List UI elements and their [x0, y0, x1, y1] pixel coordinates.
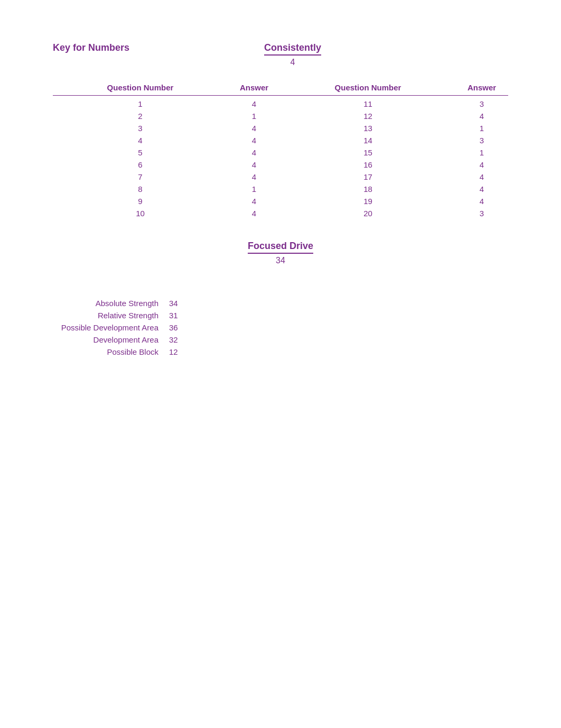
cell-answer: 4 — [228, 160, 280, 169]
summary-label: Relative Strength — [53, 311, 169, 320]
summary-body: Absolute Strength 34 Relative Strength 3… — [53, 297, 508, 358]
left-table-headers: Question Number Answer — [53, 83, 280, 96]
cell-answer: 4 — [228, 172, 280, 181]
cell-question: 3 — [53, 124, 228, 133]
cell-answer: 4 — [228, 99, 280, 108]
cell-question: 11 — [280, 99, 455, 108]
summary-value: 34 — [169, 299, 190, 308]
table-row: 13 1 — [280, 122, 508, 134]
right-table: Question Number Answer 11 3 12 4 13 1 14… — [280, 83, 508, 219]
cell-question: 2 — [53, 112, 228, 121]
left-table-body: 1 4 2 1 3 4 4 4 5 4 6 4 7 4 8 1 9 4 10 4 — [53, 98, 280, 219]
cell-question: 4 — [53, 136, 228, 145]
table-row: 20 3 — [280, 207, 508, 219]
left-col1-header: Question Number — [53, 83, 228, 92]
tables-section: Question Number Answer 1 4 2 1 3 4 4 4 5… — [53, 83, 508, 219]
cell-answer: 4 — [228, 136, 280, 145]
consistently-value: 4 — [291, 58, 295, 67]
cell-answer: 4 — [228, 197, 280, 206]
cell-answer: 1 — [228, 112, 280, 121]
cell-question: 14 — [280, 136, 455, 145]
summary-label: Development Area — [53, 335, 169, 344]
cell-question: 7 — [53, 172, 228, 181]
table-row: 1 4 — [53, 98, 280, 110]
summary-row: Possible Block 12 — [53, 346, 508, 358]
summary-label: Possible Development Area — [53, 323, 169, 332]
table-row: 6 4 — [53, 159, 280, 171]
cell-answer: 4 — [228, 148, 280, 157]
summary-row: Development Area 32 — [53, 334, 508, 346]
left-col2-header: Answer — [228, 83, 280, 92]
cell-answer: 4 — [228, 124, 280, 133]
header-section: Key for Numbers Consistently 4 — [53, 42, 508, 67]
table-row: 4 4 — [53, 134, 280, 146]
summary-value: 36 — [169, 323, 190, 332]
cell-question: 16 — [280, 160, 455, 169]
table-row: 18 4 — [280, 183, 508, 195]
table-row: 12 4 — [280, 110, 508, 122]
summary-label: Absolute Strength — [53, 299, 169, 308]
cell-question: 18 — [280, 185, 455, 193]
table-row: 15 1 — [280, 146, 508, 159]
cell-question: 8 — [53, 185, 228, 193]
cell-question: 1 — [53, 99, 228, 108]
table-row: 11 3 — [280, 98, 508, 110]
summary-row: Possible Development Area 36 — [53, 321, 508, 334]
cell-answer: 1 — [455, 124, 508, 133]
summary-label: Possible Block — [53, 347, 169, 356]
right-table-headers: Question Number Answer — [280, 83, 508, 96]
cell-question: 17 — [280, 172, 455, 181]
table-row: 8 1 — [53, 183, 280, 195]
summary-row: Relative Strength 31 — [53, 309, 508, 321]
focused-drive-label: Focused Drive — [248, 241, 313, 252]
cell-answer: 4 — [455, 197, 508, 206]
right-col1-header: Question Number — [280, 83, 455, 92]
cell-question: 9 — [53, 197, 228, 206]
consistently-underline — [264, 54, 321, 56]
cell-question: 12 — [280, 112, 455, 121]
summary-value: 32 — [169, 335, 190, 344]
focused-drive-container: Focused Drive 34 — [53, 241, 508, 281]
table-row: 10 4 — [53, 207, 280, 219]
cell-answer: 4 — [455, 160, 508, 169]
right-table-body: 11 3 12 4 13 1 14 3 15 1 16 4 17 4 18 4 … — [280, 98, 508, 219]
table-row: 19 4 — [280, 195, 508, 207]
cell-question: 5 — [53, 148, 228, 157]
cell-question: 20 — [280, 209, 455, 218]
cell-answer: 1 — [228, 185, 280, 193]
cell-answer: 1 — [455, 148, 508, 157]
table-row: 3 4 — [53, 122, 280, 134]
cell-question: 19 — [280, 197, 455, 206]
table-row: 17 4 — [280, 171, 508, 183]
summary-row: Absolute Strength 34 — [53, 297, 508, 309]
cell-question: 10 — [53, 209, 228, 218]
table-row: 7 4 — [53, 171, 280, 183]
cell-answer: 4 — [228, 209, 280, 218]
cell-answer: 4 — [455, 185, 508, 193]
cell-answer: 3 — [455, 136, 508, 145]
left-table: Question Number Answer 1 4 2 1 3 4 4 4 5… — [53, 83, 280, 219]
table-row: 2 1 — [53, 110, 280, 122]
table-row: 5 4 — [53, 146, 280, 159]
focused-drive-section: Focused Drive 34 — [248, 241, 313, 265]
summary-value: 31 — [169, 311, 190, 320]
cell-question: 6 — [53, 160, 228, 169]
summary-value: 12 — [169, 347, 190, 356]
page-container: Key for Numbers Consistently 4 Question … — [0, 0, 561, 400]
cell-question: 13 — [280, 124, 455, 133]
summary-section: Absolute Strength 34 Relative Strength 3… — [53, 297, 508, 358]
right-col2-header: Answer — [455, 83, 508, 92]
focused-drive-value: 34 — [276, 256, 285, 265]
focused-drive-underline — [248, 253, 313, 254]
cell-answer: 4 — [455, 112, 508, 121]
cell-answer: 3 — [455, 209, 508, 218]
table-row: 14 3 — [280, 134, 508, 146]
consistently-block: Consistently 4 — [264, 42, 321, 67]
cell-question: 15 — [280, 148, 455, 157]
table-row: 9 4 — [53, 195, 280, 207]
consistently-label: Consistently — [264, 42, 321, 53]
key-for-numbers-label: Key for Numbers — [53, 42, 169, 53]
cell-answer: 4 — [455, 172, 508, 181]
table-row: 16 4 — [280, 159, 508, 171]
cell-answer: 3 — [455, 99, 508, 108]
